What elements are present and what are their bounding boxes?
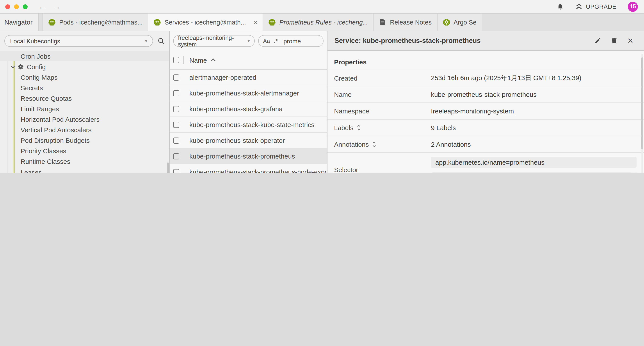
row-checkbox[interactable] <box>173 106 179 112</box>
sidebar-item-config[interactable]: Config <box>0 61 169 72</box>
sidebar-item-label: Pod Disruption Budgets <box>20 137 90 144</box>
tab-strip: Navigator Pods - icecheng@mathmas...Serv… <box>0 13 644 31</box>
document-tabs: Pods - icecheng@mathmas...Services - ice… <box>42 13 482 31</box>
table-search-input[interactable]: Aa .* prome <box>258 35 324 47</box>
row-checkbox[interactable] <box>173 169 179 173</box>
window-zoom-button[interactable] <box>23 4 28 9</box>
row-checkbox[interactable] <box>173 90 179 96</box>
service-name-cell: alertmanager-operated <box>190 74 256 81</box>
upgrade-button[interactable]: UPGRADE <box>576 3 616 10</box>
sidebar-item-limit-ranges[interactable]: Limit Ranges <box>0 104 169 114</box>
table-header: Name <box>170 51 327 70</box>
table-row[interactable]: kube-prometheus-stack-prometheus-node-ex… <box>170 164 327 173</box>
detail-row-value: 9 Labels <box>431 124 456 131</box>
window-close-button[interactable] <box>5 4 10 9</box>
detail-label-text: Namespace <box>334 107 369 115</box>
detail-row-name: Namekube-prometheus-stack-prometheus <box>328 86 644 103</box>
panel-divider[interactable] <box>327 31 328 173</box>
sidebar-item-leases[interactable]: Leases <box>0 167 169 173</box>
table-row[interactable]: kube-prometheus-stack-operator <box>170 133 327 148</box>
chevron-down-icon[interactable] <box>10 64 16 69</box>
tab-close-icon[interactable]: × <box>254 19 257 26</box>
detail-row-label: Annotations <box>334 141 431 148</box>
sidebar-scrollbar[interactable] <box>167 162 169 173</box>
table-row[interactable]: alertmanager-operated <box>170 70 327 85</box>
sidebar-item-pod-disruption-budgets[interactable]: Pod Disruption Budgets <box>0 135 169 146</box>
detail-label-text: Name <box>334 91 352 98</box>
sidebar-item-runtime-classes[interactable]: Runtime Classes <box>0 156 169 167</box>
sort-updown-icon[interactable] <box>357 125 361 130</box>
close-icon[interactable]: ✕ <box>627 36 634 45</box>
tab-release-notes[interactable]: Release Notes <box>374 13 437 31</box>
kubernetes-icon <box>154 18 161 26</box>
chevron-down-icon: ▾ <box>145 38 147 44</box>
sidebar-item-label: Config Maps <box>20 73 58 81</box>
detail-scrollbar[interactable] <box>641 54 643 173</box>
row-checkbox[interactable] <box>173 122 179 128</box>
sidebar-item-label: Limit Ranges <box>20 105 59 113</box>
namespace-link[interactable]: freeleaps-monitoring-system <box>431 107 514 115</box>
notification-badge[interactable]: 15 <box>628 1 638 11</box>
sidebar-item-priority-classes[interactable]: Priority Classes <box>0 146 169 156</box>
services-list-panel: freeleaps-monitoring-system ▾ Aa .* prom… <box>170 31 327 173</box>
table-row[interactable]: kube-prometheus-stack-prometheus <box>170 148 327 164</box>
detail-label-text: Labels <box>334 124 353 131</box>
trash-icon[interactable] <box>611 37 618 44</box>
sidebar-item-label: Runtime Classes <box>20 158 70 165</box>
sidebar-item-cron-jobs[interactable]: Cron Jobs <box>0 51 169 61</box>
row-checkbox[interactable] <box>173 74 179 80</box>
row-checkbox[interactable] <box>173 137 179 143</box>
detail-row-created: Created253d 16h 6m ago (2025年1月13日 GMT+8… <box>328 70 644 86</box>
detail-row-label: Created <box>334 74 431 82</box>
regex-toggle[interactable]: .* <box>274 38 278 44</box>
tab-prometheus-rules-icecheng[interactable]: Prometheus Rules - icecheng... <box>263 13 374 31</box>
sidebar-item-secrets[interactable]: Secrets <box>0 82 169 93</box>
service-name-cell: kube-prometheus-stack-operator <box>190 137 285 144</box>
kubeconfig-row: Local Kubeconfigs ▾ <box>0 31 169 51</box>
detail-row-value: kube-prometheus-stack-prometheus <box>431 91 536 98</box>
service-name-cell: kube-prometheus-stack-kube-state-metrics <box>190 121 314 128</box>
detail-row-label: Selector <box>334 166 431 173</box>
sidebar-item-config-maps[interactable]: Config Maps <box>0 72 169 82</box>
tab-services-icecheng-math[interactable]: Services - icecheng@math...× <box>148 13 263 31</box>
table-row[interactable]: kube-prometheus-stack-alertmanager <box>170 85 327 101</box>
sidebar-item-label: Vertical Pod Autoscalers <box>20 126 92 134</box>
kubeconfig-select[interactable]: Local Kubeconfigs ▾ <box>4 35 153 47</box>
panel-divider[interactable] <box>169 31 170 173</box>
edit-pencil-icon[interactable] <box>594 37 601 44</box>
sidebar-item-label: Cron Jobs <box>20 52 51 60</box>
navigator-panel-tab[interactable]: Navigator <box>0 13 38 31</box>
window-minimize-button[interactable] <box>14 4 19 9</box>
sidebar-item-horizontal-pod-autoscalers[interactable]: Horizontal Pod Autoscalers <box>0 114 169 125</box>
tab-pods-icecheng-mathmas[interactable]: Pods - icecheng@mathmas... <box>42 13 148 31</box>
detail-row-namespace: Namespacefreeleaps-monitoring-system <box>328 103 644 120</box>
table-row[interactable]: kube-prometheus-stack-grafana <box>170 101 327 117</box>
kubernetes-icon <box>442 18 450 26</box>
sidebar-item-label: Horizontal Pod Autoscalers <box>20 116 100 123</box>
kubernetes-icon <box>268 18 276 26</box>
detail-body: PropertiesCreated253d 16h 6m ago (2025年1… <box>328 51 644 173</box>
sidebar-search-icon[interactable] <box>158 37 165 45</box>
table-row[interactable]: kube-prometheus-stack-kube-state-metrics <box>170 117 327 133</box>
bell-icon[interactable] <box>557 3 564 10</box>
name-column-header[interactable]: Name <box>190 56 207 64</box>
namespace-select[interactable]: freeleaps-monitoring-system ▾ <box>173 35 255 47</box>
forward-arrow-icon[interactable]: → <box>53 3 60 10</box>
sidebar-item-vertical-pod-autoscalers[interactable]: Vertical Pod Autoscalers <box>0 125 169 135</box>
match-case-toggle[interactable]: Aa <box>263 38 270 44</box>
sort-updown-icon[interactable] <box>372 141 376 147</box>
tab-label: Prometheus Rules - icecheng... <box>279 19 368 26</box>
resource-tree: Cron JobsConfigConfig MapsSecretsResourc… <box>0 51 169 173</box>
section-heading-properties: Properties <box>328 51 644 70</box>
kubernetes-icon <box>48 18 56 26</box>
sidebar-item-resource-quotas[interactable]: Resource Quotas <box>0 93 169 104</box>
service-name-cell: kube-prometheus-stack-prometheus <box>190 152 295 160</box>
sort-ascending-icon[interactable] <box>211 58 216 62</box>
select-all-checkbox[interactable] <box>173 57 179 63</box>
service-name-cell: kube-prometheus-stack-grafana <box>190 105 282 113</box>
tab-argo-se[interactable]: Argo Se <box>437 13 482 31</box>
sidebar-item-label: Priority Classes <box>20 147 66 155</box>
row-checkbox[interactable] <box>173 153 179 159</box>
detail-row-label: Labels <box>334 124 431 131</box>
back-arrow-icon[interactable]: ← <box>38 3 46 10</box>
